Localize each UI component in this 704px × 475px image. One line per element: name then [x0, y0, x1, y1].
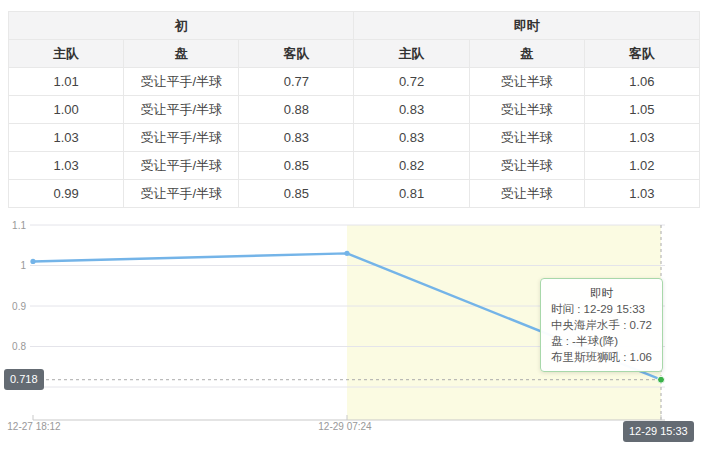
odds-cell: 1.03: [584, 124, 699, 152]
y-axis-pointer-badge: 0.718: [4, 369, 44, 390]
group-header-row: 初 即时: [9, 12, 700, 40]
odds-cell: 受让半球: [469, 96, 584, 124]
odds-cell: 0.82: [354, 152, 469, 180]
odds-row: 1.03 受让平手/半球 0.85 0.82 受让半球 1.02: [9, 152, 700, 180]
odds-cell: 0.88: [239, 96, 354, 124]
odds-row: 1.00 受让平手/半球 0.88 0.83 受让半球 1.05: [9, 96, 700, 124]
tooltip-line-home: 中央海岸水手 : 0.72: [551, 317, 652, 333]
column-header-row: 主队 盘 客队 主队 盘 客队: [9, 40, 700, 68]
group-header-live: 即时: [354, 12, 700, 40]
odds-cell: 受让半球: [469, 180, 584, 208]
odds-cell: 1.01: [9, 68, 124, 96]
x-axis-pointer-badge: 12-29 15:33: [623, 421, 694, 442]
odds-row: 1.01 受让平手/半球 0.77 0.72 受让半球 1.06: [9, 68, 700, 96]
col-header-away-initial: 客队: [239, 40, 354, 68]
tooltip-line-away: 布里斯班狮吼 : 1.06: [551, 349, 652, 365]
odds-cell: 受让平手/半球: [124, 124, 239, 152]
x-axis-label-middle: 12-29 07:24: [314, 421, 376, 432]
odds-cell: 0.99: [9, 180, 124, 208]
odds-cell: 1.03: [9, 124, 124, 152]
svg-text:0.9: 0.9: [12, 301, 26, 312]
col-header-handicap-initial: 盘: [124, 40, 239, 68]
odds-cell: 1.06: [584, 68, 699, 96]
odds-cell: 受让平手/半球: [124, 68, 239, 96]
col-header-home-live: 主队: [354, 40, 469, 68]
odds-cell: 受让平手/半球: [124, 96, 239, 124]
odds-cell: 1.03: [584, 180, 699, 208]
x-axis-label-start: 12-27 18:12: [3, 421, 65, 432]
odds-cell: 0.85: [239, 152, 354, 180]
svg-text:0.8: 0.8: [12, 341, 26, 352]
odds-cell: 受让半球: [469, 124, 584, 152]
svg-text:1: 1: [20, 260, 26, 271]
svg-text:1.1: 1.1: [12, 220, 26, 231]
odds-cell: 0.72: [354, 68, 469, 96]
odds-row: 1.03 受让平手/半球 0.83 0.83 受让半球 1.03: [9, 124, 700, 152]
odds-cell: 0.83: [354, 96, 469, 124]
chart-tooltip: 即时 时间 : 12-29 15:33 中央海岸水手 : 0.72 盘 : -半…: [540, 278, 663, 372]
odds-movement-chart: 1.110.90.8 12-27 18:12 12-29 07:24 0.718…: [0, 217, 704, 472]
odds-cell: 受让平手/半球: [124, 180, 239, 208]
odds-cell: 受让半球: [469, 68, 584, 96]
tooltip-title: 即时: [551, 285, 652, 301]
odds-cell: 1.02: [584, 152, 699, 180]
odds-cell: 1.05: [584, 96, 699, 124]
col-header-away-live: 客队: [584, 40, 699, 68]
odds-cell: 0.81: [354, 180, 469, 208]
tooltip-line-time: 时间 : 12-29 15:33: [551, 301, 652, 317]
odds-cell: 1.00: [9, 96, 124, 124]
odds-cell: 0.77: [239, 68, 354, 96]
odds-cell: 0.85: [239, 180, 354, 208]
tooltip-line-handicap: 盘 : -半球(降): [551, 333, 652, 349]
odds-cell: 0.83: [354, 124, 469, 152]
odds-cell: 受让半球: [469, 152, 584, 180]
col-header-home-initial: 主队: [9, 40, 124, 68]
odds-cell: 1.03: [9, 152, 124, 180]
group-header-initial: 初: [9, 12, 354, 40]
odds-table: 初 即时 主队 盘 客队 主队 盘 客队 1.01 受让平手/半球 0.77 0…: [8, 11, 700, 208]
col-header-handicap-live: 盘: [469, 40, 584, 68]
odds-cell: 受让平手/半球: [124, 152, 239, 180]
odds-cell: 0.83: [239, 124, 354, 152]
odds-row: 0.99 受让平手/半球 0.85 0.81 受让半球 1.03: [9, 180, 700, 208]
